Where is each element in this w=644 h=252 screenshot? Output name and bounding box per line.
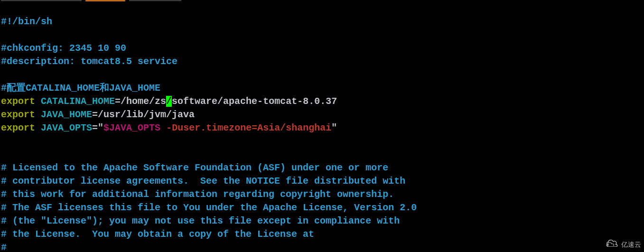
code-comment: # <box>1 242 7 252</box>
code-comment: # the License. You may obtain a copy of … <box>1 229 314 240</box>
eq: = <box>92 109 98 120</box>
path-segment: /usr/lib/jvm/java <box>98 109 195 120</box>
space <box>160 122 166 133</box>
editor-cursor: / <box>166 96 172 107</box>
keyword-export: export <box>1 122 35 133</box>
code-comment: #!/bin/sh <box>1 16 52 27</box>
code-comment: # contributor license agreements. See th… <box>1 176 405 187</box>
eq: = <box>115 96 121 107</box>
code-comment: # this work for additional information r… <box>1 189 394 200</box>
code-comment: #配置CATALINA_HOME和JAVA_HOME <box>1 83 160 93</box>
path-segment: software/apache-tomcat-8.0.37 <box>172 96 337 107</box>
var-name: JAVA_OPTS <box>35 122 92 133</box>
code-comment: #description: tomcat8.5 service <box>1 56 177 67</box>
code-comment: # Licensed to the Apache Software Founda… <box>1 162 388 173</box>
code-comment: # (the "License"); you may not use this … <box>1 215 400 226</box>
var-name: CATALINA_HOME <box>35 96 115 107</box>
keyword-export: export <box>1 96 35 107</box>
quote: " <box>98 122 103 133</box>
var-name: JAVA_HOME <box>35 109 92 120</box>
flag: -Duser.timezone=Asia/shanghai <box>166 122 331 133</box>
code-comment: # The ASF licenses this file to You unde… <box>1 202 417 213</box>
keyword-export: export <box>1 109 35 120</box>
path-segment: /home/zs <box>121 96 166 107</box>
eq: = <box>92 122 98 133</box>
cloud-icon <box>605 238 619 251</box>
terminal-editor[interactable]: #!/bin/sh #chkconfig: 2345 10 90 #descri… <box>0 0 644 252</box>
code-comment: #chkconfig: 2345 10 90 <box>1 43 126 54</box>
watermark: 亿速云 <box>605 238 641 251</box>
var-ref: $JAVA_OPTS <box>103 122 160 133</box>
quote: " <box>331 122 337 133</box>
watermark-text: 亿速云 <box>621 238 641 251</box>
